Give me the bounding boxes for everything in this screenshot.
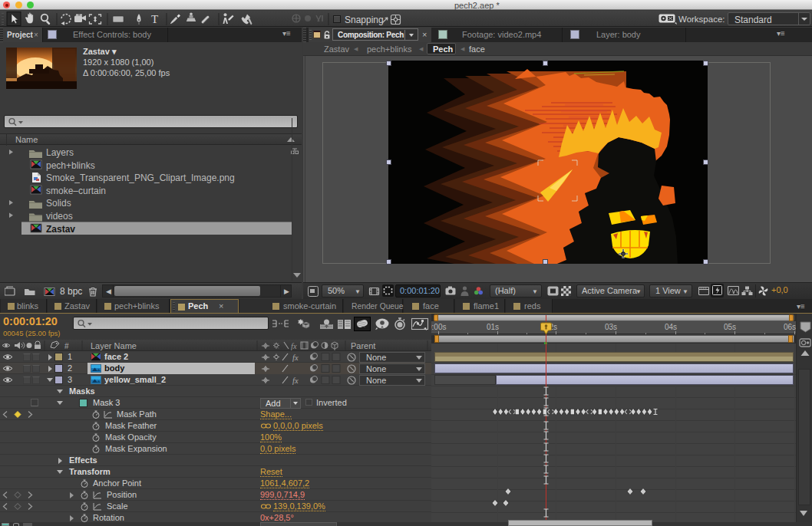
svg-text:fx: fx xyxy=(291,342,297,350)
svg-text:fx: fx xyxy=(292,353,299,362)
svg-text:videos: videos xyxy=(46,211,73,222)
svg-text:pech+blinks: pech+blinks xyxy=(46,160,95,171)
svg-text:#: # xyxy=(64,342,69,350)
svg-text:Zastav: Zastav xyxy=(46,224,75,235)
svg-text:Parent: Parent xyxy=(351,341,375,350)
svg-text:smoke–curtain: smoke–curtain xyxy=(46,186,106,196)
svg-text:fx: fx xyxy=(292,376,299,385)
svg-text:T: T xyxy=(151,13,158,25)
svg-text:Layers: Layers xyxy=(46,147,74,158)
svg-text:Solids: Solids xyxy=(46,198,71,209)
svg-text:Smoke_Transparent_PNG_Clipart_: Smoke_Transparent_PNG_Clipart_Image.png xyxy=(46,173,235,183)
svg-text:Layer Name: Layer Name xyxy=(91,341,137,350)
